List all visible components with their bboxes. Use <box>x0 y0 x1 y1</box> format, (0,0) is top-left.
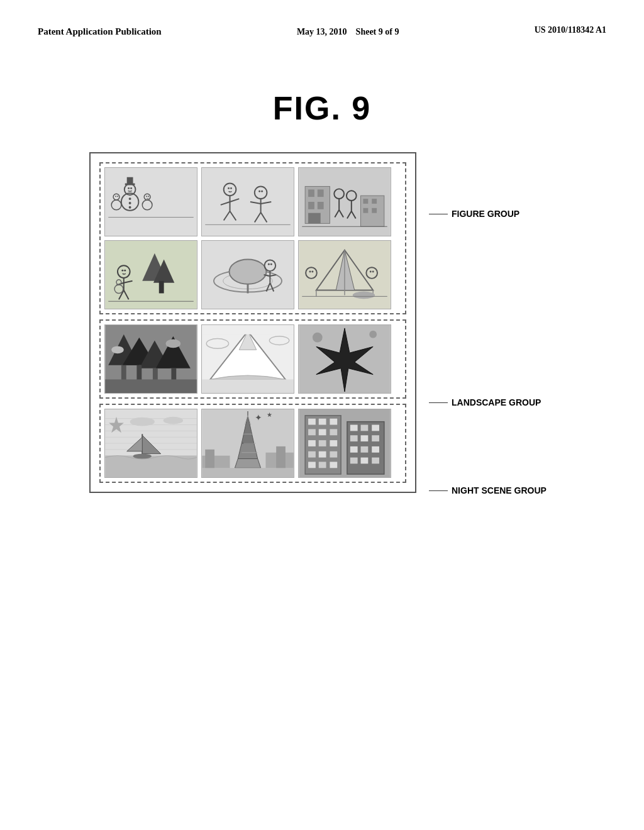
svg-rect-32 <box>318 202 324 209</box>
svg-point-83 <box>111 346 124 354</box>
header-sheet: Sheet 9 of 9 <box>356 27 399 36</box>
svg-rect-90 <box>202 380 293 394</box>
svg-rect-37 <box>363 208 368 213</box>
thumb-figures-tent <box>298 240 391 309</box>
svg-point-48 <box>124 270 126 272</box>
svg-rect-33 <box>308 213 321 224</box>
thumb-figures-outdoors <box>104 240 197 309</box>
row-1 <box>104 167 401 236</box>
svg-rect-136 <box>319 429 326 436</box>
night-scene-group-box: ✦ ★ <box>99 404 406 483</box>
svg-rect-79 <box>121 365 126 381</box>
svg-rect-30 <box>318 190 324 197</box>
svg-rect-85 <box>105 380 196 394</box>
svg-rect-157 <box>350 458 358 464</box>
svg-rect-150 <box>372 425 379 431</box>
row-2 <box>104 240 401 309</box>
svg-rect-108 <box>105 456 196 477</box>
svg-point-59 <box>270 263 272 265</box>
svg-point-71 <box>372 271 374 273</box>
landscape-group-text: LANDSCAPE GROUP <box>452 397 541 407</box>
svg-rect-152 <box>361 436 369 442</box>
svg-rect-159 <box>372 458 379 464</box>
thumb-night-eiffel: ✦ ★ <box>201 409 294 478</box>
svg-text:✦: ✦ <box>255 413 262 423</box>
thumb-mountain <box>201 324 294 394</box>
svg-point-24 <box>258 191 260 192</box>
svg-point-14 <box>148 196 149 197</box>
svg-point-70 <box>370 271 372 273</box>
svg-rect-38 <box>372 208 377 213</box>
svg-point-96 <box>369 331 377 338</box>
svg-point-112 <box>133 454 152 459</box>
publication-label: Patent Application Publication <box>38 26 162 36</box>
main-diagram-box: ✦ ★ <box>89 152 416 493</box>
row-4: ✦ ★ <box>104 409 401 478</box>
svg-point-13 <box>146 196 147 197</box>
svg-rect-81 <box>153 368 158 381</box>
patent-number: US 2010/118342 A1 <box>535 25 606 35</box>
svg-rect-145 <box>319 462 326 468</box>
thumb-figures-monument <box>298 167 391 236</box>
svg-rect-127 <box>205 450 214 468</box>
header-right: US 2010/118342 A1 <box>535 25 606 35</box>
svg-point-47 <box>121 270 123 272</box>
svg-rect-36 <box>372 199 377 204</box>
svg-rect-154 <box>350 446 358 453</box>
thumb-star-landscape <box>298 324 391 394</box>
svg-point-55 <box>230 260 267 284</box>
header: Patent Application Publication May 13, 2… <box>0 0 644 52</box>
svg-rect-138 <box>308 440 316 446</box>
svg-rect-6 <box>127 177 133 184</box>
svg-point-106 <box>130 418 155 426</box>
diagram-container: ✦ ★ <box>77 152 567 493</box>
svg-rect-125 <box>202 468 293 478</box>
svg-rect-139 <box>319 440 326 446</box>
svg-rect-80 <box>136 365 142 381</box>
svg-point-72 <box>353 292 375 299</box>
svg-rect-141 <box>308 451 316 458</box>
svg-rect-149 <box>361 425 369 431</box>
svg-rect-155 <box>361 446 369 453</box>
svg-marker-118 <box>235 459 260 468</box>
svg-point-3 <box>128 187 130 189</box>
night-scene-group-label: NIGHT SCENE GROUP <box>429 485 547 495</box>
svg-point-15 <box>129 198 131 201</box>
svg-rect-31 <box>308 202 314 209</box>
thumb-night-building <box>298 409 391 478</box>
svg-point-25 <box>261 191 263 192</box>
row-3 <box>104 324 401 394</box>
svg-rect-137 <box>330 429 337 436</box>
svg-point-21 <box>228 187 230 189</box>
svg-rect-135 <box>308 429 316 436</box>
svg-point-17 <box>129 206 131 209</box>
landscape-group-box <box>99 319 406 399</box>
svg-rect-153 <box>372 436 379 442</box>
figure-group-box <box>99 162 406 314</box>
svg-rect-158 <box>361 458 369 464</box>
figure-group-text: FIGURE GROUP <box>452 209 519 219</box>
svg-rect-148 <box>350 425 358 431</box>
svg-point-95 <box>313 333 323 343</box>
thumb-snowmen <box>104 167 197 236</box>
svg-rect-142 <box>319 451 326 458</box>
svg-rect-146 <box>330 462 337 468</box>
svg-rect-45 <box>159 281 164 294</box>
thumb-night-sailboat <box>104 409 197 478</box>
svg-rect-129 <box>276 446 286 468</box>
figure-group-label: FIGURE GROUP <box>429 209 519 219</box>
svg-point-107 <box>164 417 183 424</box>
svg-point-68 <box>311 271 313 273</box>
svg-rect-140 <box>330 440 337 446</box>
thumb-figures-sitting <box>201 167 294 236</box>
header-date: May 13, 2010 <box>297 27 347 36</box>
svg-rect-156 <box>372 446 379 453</box>
svg-rect-143 <box>330 451 337 458</box>
night-scene-group-text: NIGHT SCENE GROUP <box>452 485 547 495</box>
svg-point-9 <box>115 196 116 197</box>
landscape-group-label: LANDSCAPE GROUP <box>429 397 541 407</box>
svg-point-22 <box>230 187 232 189</box>
svg-rect-82 <box>171 368 176 381</box>
page: Patent Application Publication May 13, 2… <box>0 0 644 830</box>
svg-rect-35 <box>363 199 368 204</box>
